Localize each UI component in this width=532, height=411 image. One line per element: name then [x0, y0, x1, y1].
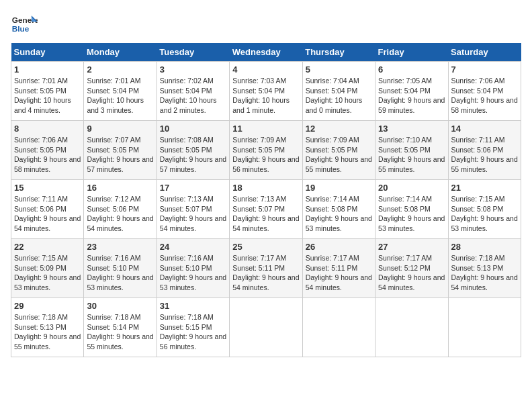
calendar-header-row: SundayMondayTuesdayWednesdayThursdayFrid…: [11, 43, 521, 62]
calendar-cell: 8Sunrise: 7:06 AMSunset: 5:05 PMDaylight…: [11, 121, 84, 180]
page-header: General Blue: [11, 11, 521, 38]
calendar-cell: 1Sunrise: 7:01 AMSunset: 5:05 PMDaylight…: [11, 62, 84, 121]
day-number: 16: [87, 183, 153, 193]
calendar-cell: 11Sunrise: 7:09 AMSunset: 5:05 PMDayligh…: [230, 121, 302, 180]
calendar-cell: 19Sunrise: 7:14 AMSunset: 5:08 PMDayligh…: [302, 180, 375, 239]
calendar-cell: 6Sunrise: 7:05 AMSunset: 5:04 PMDaylight…: [375, 62, 448, 121]
day-info: Sunrise: 7:15 AMSunset: 5:09 PMDaylight:…: [14, 253, 81, 293]
calendar-cell: [375, 298, 448, 357]
calendar-cell: 24Sunrise: 7:16 AMSunset: 5:10 PMDayligh…: [157, 239, 229, 298]
day-number: 1: [14, 64, 81, 75]
day-number: 26: [306, 242, 372, 252]
logo: General Blue: [11, 11, 40, 38]
day-info: Sunrise: 7:07 AMSunset: 5:05 PMDaylight:…: [87, 135, 153, 175]
day-number: 22: [14, 242, 81, 252]
col-header-sunday: Sunday: [11, 43, 84, 62]
day-number: 3: [160, 64, 226, 75]
calendar-cell: 5Sunrise: 7:04 AMSunset: 5:04 PMDaylight…: [302, 62, 375, 121]
calendar-cell: 3Sunrise: 7:02 AMSunset: 5:04 PMDaylight…: [157, 62, 229, 121]
day-number: 7: [451, 64, 518, 75]
day-number: 8: [14, 124, 81, 134]
day-number: 21: [451, 183, 518, 193]
day-info: Sunrise: 7:11 AMSunset: 5:06 PMDaylight:…: [451, 135, 518, 175]
day-info: Sunrise: 7:14 AMSunset: 5:08 PMDaylight:…: [378, 194, 445, 234]
calendar-cell: 28Sunrise: 7:18 AMSunset: 5:13 PMDayligh…: [448, 239, 521, 298]
day-number: 6: [378, 64, 445, 75]
day-number: 15: [14, 183, 81, 193]
calendar-cell: 21Sunrise: 7:15 AMSunset: 5:08 PMDayligh…: [448, 180, 521, 239]
calendar-table: SundayMondayTuesdayWednesdayThursdayFrid…: [11, 43, 521, 357]
calendar-cell: 16Sunrise: 7:12 AMSunset: 5:06 PMDayligh…: [84, 180, 157, 239]
day-info: Sunrise: 7:06 AMSunset: 5:04 PMDaylight:…: [451, 76, 518, 116]
calendar-cell: [302, 298, 375, 357]
day-info: Sunrise: 7:09 AMSunset: 5:05 PMDaylight:…: [232, 135, 299, 175]
day-number: 17: [160, 183, 226, 193]
calendar-week-5: 29Sunrise: 7:18 AMSunset: 5:13 PMDayligh…: [11, 298, 521, 357]
calendar-week-2: 8Sunrise: 7:06 AMSunset: 5:05 PMDaylight…: [11, 121, 521, 180]
day-number: 20: [378, 183, 445, 193]
calendar-cell: 20Sunrise: 7:14 AMSunset: 5:08 PMDayligh…: [375, 180, 448, 239]
svg-text:Blue: Blue: [12, 24, 30, 34]
calendar-cell: 29Sunrise: 7:18 AMSunset: 5:13 PMDayligh…: [11, 298, 84, 357]
calendar-cell: 18Sunrise: 7:13 AMSunset: 5:07 PMDayligh…: [230, 180, 302, 239]
day-info: Sunrise: 7:10 AMSunset: 5:05 PMDaylight:…: [378, 135, 445, 175]
calendar-cell: 30Sunrise: 7:18 AMSunset: 5:14 PMDayligh…: [84, 298, 157, 357]
calendar-cell: 2Sunrise: 7:01 AMSunset: 5:04 PMDaylight…: [84, 62, 157, 121]
day-number: 25: [232, 242, 299, 252]
day-number: 14: [451, 124, 518, 134]
calendar-cell: 25Sunrise: 7:17 AMSunset: 5:11 PMDayligh…: [230, 239, 302, 298]
calendar-week-1: 1Sunrise: 7:01 AMSunset: 5:05 PMDaylight…: [11, 62, 521, 121]
day-info: Sunrise: 7:08 AMSunset: 5:05 PMDaylight:…: [160, 135, 226, 175]
day-info: Sunrise: 7:12 AMSunset: 5:06 PMDaylight:…: [87, 194, 153, 234]
col-header-friday: Friday: [375, 43, 448, 62]
col-header-monday: Monday: [84, 43, 157, 62]
day-info: Sunrise: 7:01 AMSunset: 5:04 PMDaylight:…: [87, 76, 153, 116]
day-number: 13: [378, 124, 445, 134]
day-info: Sunrise: 7:17 AMSunset: 5:12 PMDaylight:…: [378, 253, 445, 293]
calendar-cell: [230, 298, 302, 357]
day-number: 10: [160, 124, 226, 134]
day-number: 5: [306, 64, 372, 75]
day-info: Sunrise: 7:16 AMSunset: 5:10 PMDaylight:…: [87, 253, 153, 293]
day-number: 2: [87, 64, 153, 75]
calendar-cell: [448, 298, 521, 357]
calendar-cell: 17Sunrise: 7:13 AMSunset: 5:07 PMDayligh…: [157, 180, 229, 239]
col-header-saturday: Saturday: [448, 43, 521, 62]
day-info: Sunrise: 7:13 AMSunset: 5:07 PMDaylight:…: [232, 194, 299, 234]
calendar-cell: 27Sunrise: 7:17 AMSunset: 5:12 PMDayligh…: [375, 239, 448, 298]
day-info: Sunrise: 7:11 AMSunset: 5:06 PMDaylight:…: [14, 194, 81, 234]
day-info: Sunrise: 7:18 AMSunset: 5:15 PMDaylight:…: [160, 312, 226, 352]
day-number: 30: [87, 301, 153, 311]
day-info: Sunrise: 7:04 AMSunset: 5:04 PMDaylight:…: [306, 76, 372, 116]
day-info: Sunrise: 7:17 AMSunset: 5:11 PMDaylight:…: [232, 253, 299, 293]
calendar-cell: 9Sunrise: 7:07 AMSunset: 5:05 PMDaylight…: [84, 121, 157, 180]
calendar-week-3: 15Sunrise: 7:11 AMSunset: 5:06 PMDayligh…: [11, 180, 521, 239]
calendar-cell: 13Sunrise: 7:10 AMSunset: 5:05 PMDayligh…: [375, 121, 448, 180]
day-info: Sunrise: 7:14 AMSunset: 5:08 PMDaylight:…: [306, 194, 372, 234]
day-number: 23: [87, 242, 153, 252]
day-info: Sunrise: 7:02 AMSunset: 5:04 PMDaylight:…: [160, 76, 226, 116]
day-number: 19: [306, 183, 372, 193]
day-number: 24: [160, 242, 226, 252]
day-number: 4: [232, 64, 299, 75]
calendar-cell: 31Sunrise: 7:18 AMSunset: 5:15 PMDayligh…: [157, 298, 229, 357]
col-header-thursday: Thursday: [302, 43, 375, 62]
calendar-cell: 22Sunrise: 7:15 AMSunset: 5:09 PMDayligh…: [11, 239, 84, 298]
day-number: 29: [14, 301, 81, 311]
day-number: 31: [160, 301, 226, 311]
day-info: Sunrise: 7:17 AMSunset: 5:11 PMDaylight:…: [306, 253, 372, 293]
col-header-tuesday: Tuesday: [157, 43, 229, 62]
day-number: 27: [378, 242, 445, 252]
day-info: Sunrise: 7:13 AMSunset: 5:07 PMDaylight:…: [160, 194, 226, 234]
day-number: 12: [306, 124, 372, 134]
calendar-cell: 26Sunrise: 7:17 AMSunset: 5:11 PMDayligh…: [302, 239, 375, 298]
day-info: Sunrise: 7:15 AMSunset: 5:08 PMDaylight:…: [451, 194, 518, 234]
day-info: Sunrise: 7:16 AMSunset: 5:10 PMDaylight:…: [160, 253, 226, 293]
calendar-cell: 23Sunrise: 7:16 AMSunset: 5:10 PMDayligh…: [84, 239, 157, 298]
calendar-cell: 12Sunrise: 7:09 AMSunset: 5:05 PMDayligh…: [302, 121, 375, 180]
day-info: Sunrise: 7:01 AMSunset: 5:05 PMDaylight:…: [14, 76, 81, 116]
day-info: Sunrise: 7:18 AMSunset: 5:13 PMDaylight:…: [451, 253, 518, 293]
day-info: Sunrise: 7:05 AMSunset: 5:04 PMDaylight:…: [378, 76, 445, 116]
day-info: Sunrise: 7:09 AMSunset: 5:05 PMDaylight:…: [306, 135, 372, 175]
calendar-cell: 15Sunrise: 7:11 AMSunset: 5:06 PMDayligh…: [11, 180, 84, 239]
